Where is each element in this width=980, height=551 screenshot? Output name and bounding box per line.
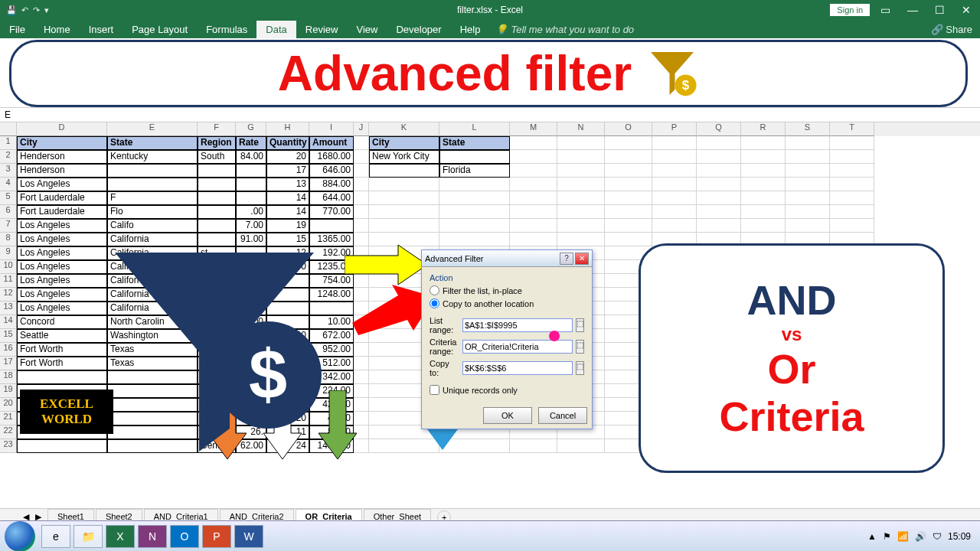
cell[interactable]: 1680.00 [309,150,354,164]
cell[interactable]: Quantity [266,136,309,150]
cell[interactable]: 646.00 [309,164,354,178]
cell[interactable] [198,164,236,178]
radio-filter-inplace-label[interactable]: Filter the list, in-place [443,286,522,295]
onenote-icon[interactable]: N [138,525,167,548]
cell[interactable] [697,205,741,219]
cell[interactable]: 644.00 [309,191,354,205]
tab-data[interactable]: Data [256,21,296,38]
excel-icon[interactable]: X [106,525,135,548]
cell[interactable] [830,136,874,150]
row-header[interactable]: 3 [0,164,17,178]
maximize-button[interactable]: ☐ [929,4,951,16]
row-header[interactable]: 22 [0,425,17,439]
column-header[interactable]: S [786,122,830,136]
cell[interactable] [557,219,605,233]
cell[interactable] [605,178,652,191]
cell[interactable]: Kentucky [107,150,198,164]
cell[interactable] [198,191,236,205]
cell[interactable] [652,150,697,164]
cell[interactable]: F [107,191,198,205]
column-header[interactable]: N [557,122,605,136]
cell[interactable] [652,205,697,219]
column-header[interactable]: J [354,122,369,136]
row-header[interactable]: 19 [0,384,17,398]
cell[interactable] [439,178,510,191]
cell[interactable]: Florida [439,164,510,178]
list-range-input[interactable] [462,318,573,332]
cell[interactable] [605,136,652,150]
cell[interactable] [830,150,874,164]
ie-icon[interactable]: e [41,525,70,548]
copyto-input[interactable] [462,361,573,375]
cell[interactable] [830,205,874,219]
cell[interactable] [605,219,652,233]
clock[interactable]: 15:09 [948,531,971,542]
cell[interactable]: City [369,136,439,150]
dialog-help-button[interactable]: ? [560,253,573,265]
tray-flag-icon[interactable]: ⚑ [883,531,891,542]
column-header[interactable] [0,122,17,136]
column-header[interactable]: R [741,122,786,136]
tab-view[interactable]: View [347,21,387,38]
cell[interactable]: 20 [266,150,309,164]
cell[interactable] [605,150,652,164]
cell[interactable] [354,150,369,164]
cell[interactable] [198,219,236,233]
column-header[interactable]: F [198,122,236,136]
share-button[interactable]: 🔗 Share [931,24,972,35]
row-header[interactable]: 6 [0,205,17,219]
cell[interactable] [17,439,107,453]
cell[interactable]: Amount [309,136,354,150]
cell[interactable] [741,191,786,205]
cell[interactable]: Los Angeles [17,302,107,315]
cell[interactable] [741,205,786,219]
cell[interactable] [605,233,652,246]
cell[interactable] [697,150,741,164]
cell[interactable] [439,233,510,246]
cell[interactable] [557,233,605,246]
cell[interactable]: Seattle [17,329,107,343]
close-button[interactable]: ✕ [956,4,977,16]
cell[interactable]: Los Angeles [17,233,107,246]
cell[interactable] [107,164,198,178]
column-header[interactable]: K [369,122,439,136]
cell[interactable] [439,219,510,233]
cell[interactable]: Region [198,136,236,150]
cell[interactable]: Los Angeles [17,178,107,191]
cell[interactable] [786,219,830,233]
cell[interactable] [697,136,741,150]
cell[interactable] [439,205,510,219]
cell[interactable]: 14 [266,205,309,219]
tab-review[interactable]: Review [296,21,348,38]
cancel-button[interactable]: Cancel [538,407,587,424]
explorer-icon[interactable]: 📁 [74,525,103,548]
cell[interactable]: Los Angeles [17,274,107,288]
cell[interactable] [236,178,266,191]
tab-page-layout[interactable]: Page Layout [122,21,197,38]
tab-home[interactable]: Home [34,21,80,38]
cell[interactable] [652,136,697,150]
cell[interactable] [354,343,369,357]
column-header[interactable]: M [510,122,557,136]
cell[interactable] [510,219,557,233]
cell[interactable]: Henderson [17,150,107,164]
cell[interactable] [198,205,236,219]
ok-button[interactable]: OK [483,407,532,424]
cell[interactable] [510,439,557,453]
signin-button[interactable]: Sign in [830,4,870,16]
cell[interactable] [786,191,830,205]
row-header[interactable]: 18 [0,370,17,384]
formula-bar[interactable]: E [0,107,980,122]
tray-chevron-icon[interactable]: ▲ [867,531,877,542]
cell[interactable]: 884.00 [309,178,354,191]
cell[interactable] [830,219,874,233]
cell[interactable]: Los Angeles [17,219,107,233]
column-header[interactable]: I [309,122,354,136]
row-header[interactable]: 21 [0,412,17,425]
column-header[interactable]: L [439,122,510,136]
cell[interactable] [557,205,605,219]
row-header[interactable]: 1 [0,136,17,150]
row-header[interactable]: 5 [0,191,17,205]
row-header[interactable]: 8 [0,233,17,246]
tray-shield-icon[interactable]: 🛡 [933,531,942,542]
